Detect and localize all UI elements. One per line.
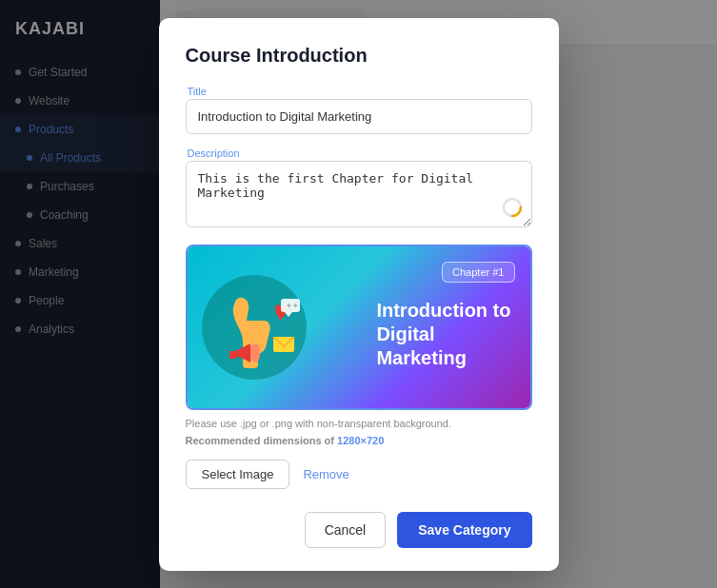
- description-label: Description: [186, 147, 532, 159]
- modal-title: Course Introduction: [186, 45, 532, 67]
- save-category-button[interactable]: Save Category: [397, 512, 531, 548]
- description-textarea[interactable]: [186, 161, 532, 227]
- dimension-text: Recommended dimensions of 1280×720: [186, 435, 532, 446]
- title-field-group: Title: [186, 86, 532, 134]
- remove-image-button[interactable]: Remove: [299, 460, 352, 489]
- description-field-group: Description: [186, 147, 532, 231]
- image-main-text: Introduction to Digital Marketing: [376, 299, 510, 370]
- svg-text:✦✦: ✦✦: [286, 302, 299, 310]
- title-input[interactable]: [186, 99, 532, 134]
- textarea-wrapper: [186, 161, 532, 231]
- modal-overlay: Course Introduction Title Description: [0, 0, 717, 588]
- cancel-button[interactable]: Cancel: [305, 512, 387, 548]
- image-hint: Please use .jpg or .png with non-transpa…: [186, 418, 532, 429]
- svg-rect-10: [229, 351, 237, 359]
- image-text-block: Introduction to Digital Marketing: [376, 299, 510, 370]
- modal-footer: Cancel Save Category: [186, 508, 532, 548]
- illustration: ✦✦: [197, 265, 321, 389]
- modal-dialog: Course Introduction Title Description: [159, 18, 559, 571]
- select-image-button[interactable]: Select Image: [186, 460, 290, 489]
- chapter-badge: Chapter #1: [442, 262, 514, 283]
- image-preview-container: Chapter #1: [186, 245, 532, 410]
- image-preview: Chapter #1: [188, 246, 530, 408]
- title-label: Title: [186, 86, 532, 97]
- progress-circle-icon: [502, 197, 523, 222]
- image-actions: Select Image Remove: [186, 460, 532, 489]
